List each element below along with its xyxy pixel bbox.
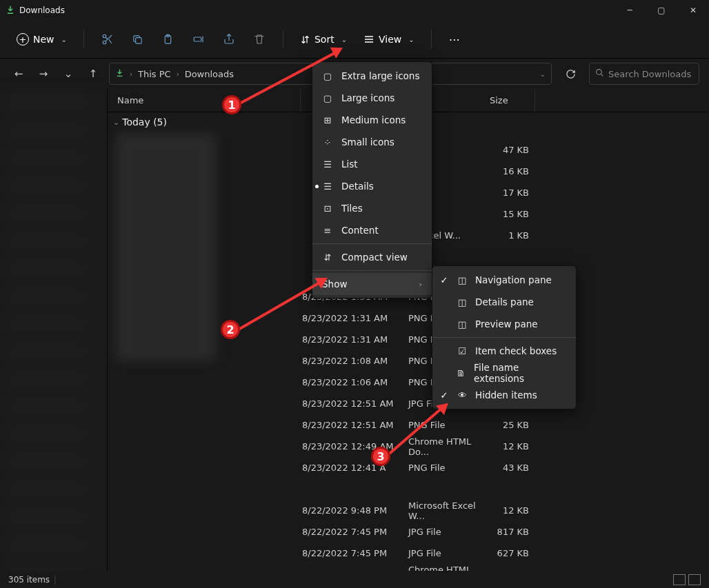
menu-navigation-pane[interactable]: ✓◫Navigation pane (432, 269, 576, 291)
file-row[interactable]: 8/22/2022 9:48 PMMicrosoft Excel W...12 … (284, 500, 709, 521)
forward-button[interactable]: → (34, 65, 52, 82)
view-button[interactable]: View ⌄ (357, 34, 421, 45)
new-label: New (33, 34, 54, 45)
checkbox-icon: ☑ (456, 346, 468, 356)
svg-rect-2 (136, 37, 142, 43)
view-label: View (379, 34, 401, 45)
item-count: 305 items (8, 575, 50, 585)
more-button[interactable]: ⋯ (441, 28, 468, 51)
svg-point-1 (103, 41, 106, 44)
file-row[interactable]: 8/23/2022 12:49 AMChrome HTML Do...12 KB (284, 436, 709, 457)
blurred-content (116, 133, 216, 361)
separator (432, 337, 576, 338)
column-name[interactable]: Name (108, 89, 301, 112)
maximize-button[interactable]: ▢ (646, 0, 677, 21)
window-title: Downloads (19, 6, 65, 15)
list-icon: ☰ (322, 159, 333, 170)
menu-extra-large-icons[interactable]: ▢Extra large icons (312, 65, 432, 87)
marker-1: 1 (222, 95, 241, 114)
status-bar: 305 items | (0, 571, 709, 588)
download-icon (115, 68, 124, 79)
menu-item-check-boxes[interactable]: ☑Item check boxes (432, 340, 576, 362)
svg-point-6 (597, 70, 602, 75)
pane-icon: ◫ (456, 319, 468, 330)
search-input[interactable]: Search Downloads (589, 63, 699, 85)
share-button[interactable] (215, 28, 243, 51)
menu-show[interactable]: Show› (312, 273, 432, 295)
grid-icon: ▢ (322, 71, 333, 81)
chevron-right-icon: › (177, 70, 179, 78)
file-row[interactable]: 8/23/2022 12:41 APNG File43 KB (284, 457, 709, 478)
rename-button[interactable] (185, 28, 212, 51)
sort-label: Sort (314, 34, 334, 45)
menu-large-icons[interactable]: ▢Large icons (312, 87, 432, 109)
main-toolbar: + New ⌄ Sort ⌄ View ⌄ ⋯ (0, 21, 709, 59)
menu-small-icons[interactable]: ⁘Small icons (312, 131, 432, 153)
view-menu: ▢Extra large icons ▢Large icons ⊞Medium … (312, 61, 432, 298)
sort-button[interactable]: Sort ⌄ (293, 34, 354, 45)
new-button[interactable]: + New ⌄ (10, 29, 74, 50)
plus-icon: + (17, 33, 29, 45)
separator (312, 243, 432, 244)
group-label: Today (5) (122, 116, 167, 128)
search-placeholder: Search Downloads (608, 69, 691, 79)
delete-button[interactable] (246, 28, 273, 51)
menu-file-extensions[interactable]: 🗎File name extensions (432, 362, 576, 384)
marker-2: 2 (221, 320, 240, 339)
breadcrumb-this-pc[interactable]: This PC (138, 69, 171, 79)
eye-icon: 👁 (456, 390, 468, 401)
close-button[interactable]: ✕ (677, 0, 709, 21)
chevron-down-icon: ⌄ (408, 36, 414, 43)
copy-button[interactable] (124, 28, 152, 51)
grid-icon: ⁘ (322, 137, 333, 148)
up-button[interactable]: ↑ (84, 65, 102, 82)
paste-button[interactable] (154, 28, 182, 51)
column-size[interactable]: Size (480, 89, 535, 112)
file-row[interactable]: 8/22/2022 7:45 PMJPG File627 KB (284, 543, 709, 564)
separator (83, 30, 84, 48)
menu-compact-view[interactable]: ⇵Compact view (312, 246, 432, 268)
title-bar: Downloads ─ ▢ ✕ (0, 0, 709, 21)
download-icon (6, 5, 15, 17)
menu-details-pane[interactable]: ◫Details pane (432, 291, 576, 313)
file-row[interactable]: 8/22/2022 7:45 PMJPG File817 KB (284, 521, 709, 543)
menu-list[interactable]: ☰List (312, 153, 432, 175)
content-icon: ≡ (322, 225, 333, 236)
separator (283, 30, 283, 48)
svg-rect-5 (194, 37, 201, 41)
compact-icon: ⇵ (322, 252, 333, 263)
file-icon: 🗎 (455, 368, 467, 378)
menu-tiles[interactable]: ⊡Tiles (312, 197, 432, 219)
chevron-right-icon: › (130, 70, 132, 78)
thumbnails-view-toggle[interactable] (688, 574, 701, 585)
chevron-down-icon: ⌄ (341, 36, 347, 43)
refresh-button[interactable] (559, 63, 582, 85)
recent-button[interactable]: ⌄ (59, 65, 77, 82)
search-icon (595, 68, 604, 79)
breadcrumb-downloads[interactable]: Downloads (185, 69, 234, 79)
chevron-down-icon: ⌄ (113, 118, 119, 127)
file-row[interactable]: 8/23/2022 12:51 AMPNG File25 KB (284, 414, 709, 436)
separator (431, 30, 432, 48)
back-button[interactable]: ← (10, 65, 28, 82)
cut-button[interactable] (94, 28, 121, 51)
list-icon: ☰ (322, 181, 333, 192)
menu-hidden-items[interactable]: ✓👁Hidden items (432, 384, 576, 406)
minimize-button[interactable]: ─ (614, 0, 646, 21)
chevron-down-icon: ⌄ (61, 36, 67, 43)
menu-preview-pane[interactable]: ◫Preview pane (432, 313, 576, 335)
svg-point-0 (103, 34, 106, 38)
pane-icon: ◫ (456, 297, 468, 307)
menu-details[interactable]: ☰Details (312, 175, 432, 197)
details-view-toggle[interactable] (673, 574, 686, 585)
separator (312, 270, 432, 271)
menu-medium-icons[interactable]: ⊞Medium icons (312, 109, 432, 131)
file-row[interactable]: 8/22/2022 7:44 PMChrome HTML Do...420 KB (284, 564, 709, 571)
menu-content[interactable]: ≡Content (312, 219, 432, 241)
show-submenu: ✓◫Navigation pane ◫Details pane ◫Preview… (432, 265, 577, 409)
navigation-pane[interactable] (0, 89, 108, 571)
grid-icon: ⊞ (322, 115, 333, 125)
grid-icon: ▢ (322, 93, 333, 103)
chevron-down-icon[interactable]: ⌄ (540, 70, 546, 78)
chevron-right-icon: › (419, 280, 422, 289)
